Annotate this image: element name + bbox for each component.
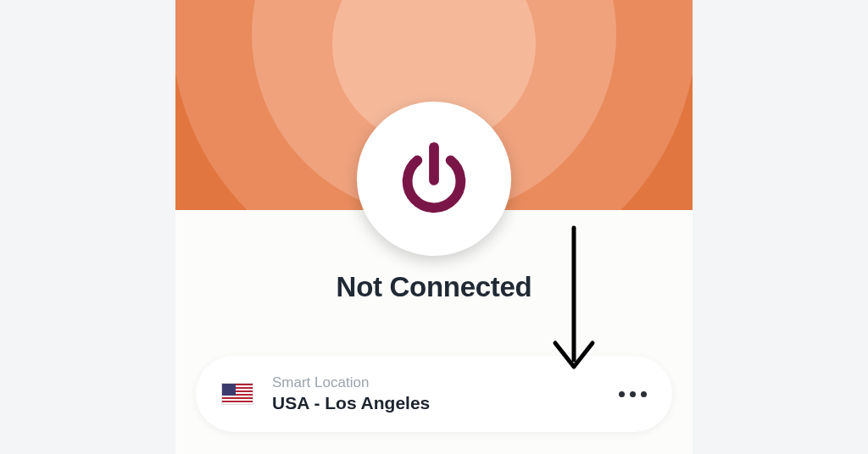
more-options-button[interactable] [619, 391, 647, 397]
location-name: USA - Los Angeles [272, 393, 610, 413]
power-icon [392, 137, 476, 220]
connection-status: Not Connected [175, 271, 693, 303]
more-icon [619, 391, 647, 397]
flag-icon [221, 383, 253, 405]
location-selector[interactable]: Smart Location USA - Los Angeles [196, 356, 672, 432]
connect-button[interactable] [357, 102, 511, 256]
location-text: Smart Location USA - Los Angeles [272, 374, 610, 413]
location-type-label: Smart Location [272, 374, 610, 391]
vpn-card: Not Connected Smart Location USA - Los A… [175, 0, 693, 454]
